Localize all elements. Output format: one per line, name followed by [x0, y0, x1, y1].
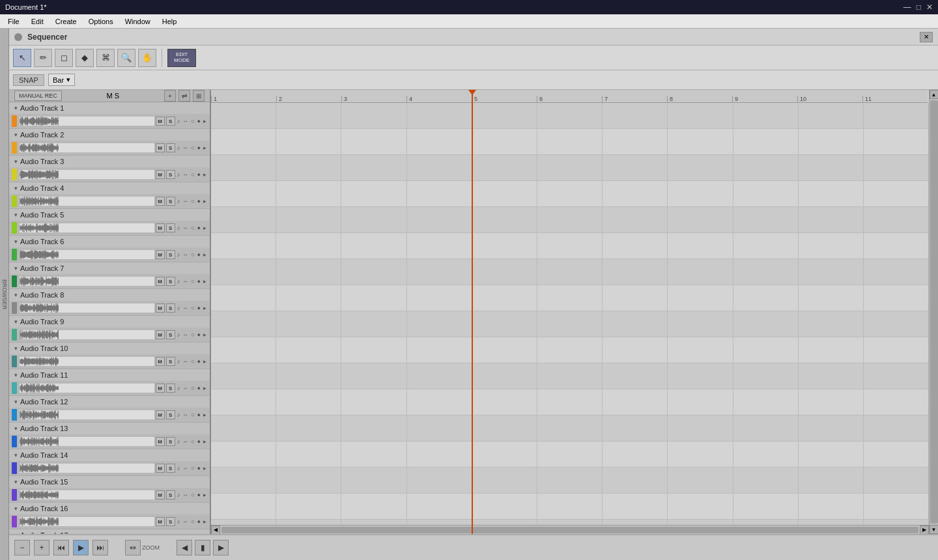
grid-cell-13-3[interactable]: [407, 415, 472, 441]
vscroll-down[interactable]: ▼: [930, 525, 939, 534]
grid-cell-1-9[interactable]: [799, 103, 864, 128]
track-ctrl-icon-11-3[interactable]: ●: [197, 385, 201, 391]
grid-cell-7-10[interactable]: [864, 259, 929, 285]
erase-tool[interactable]: ◻: [55, 49, 73, 67]
grid-cell-9-0[interactable]: [211, 311, 276, 337]
grid-cell-9-1[interactable]: [276, 311, 341, 337]
grid-cell-7-4[interactable]: [472, 259, 537, 285]
grid-cell-3-5[interactable]: [537, 155, 603, 180]
track-ctrl-icon-16-1[interactable]: ↔: [182, 518, 189, 525]
manual-rec-button[interactable]: MANUAL REC: [14, 91, 62, 101]
mute-button-13[interactable]: M: [156, 437, 165, 446]
grid-cell-12-6[interactable]: [603, 389, 668, 415]
grid-cell-9-6[interactable]: [603, 311, 668, 337]
grid-cell-9-3[interactable]: [407, 311, 472, 337]
track-ctrl-icon-12-1[interactable]: ↔: [182, 412, 189, 418]
collapse-arrow-5[interactable]: ▾: [14, 212, 18, 218]
grid-cell-1-8[interactable]: [733, 103, 799, 128]
track-ctrl-icon-5-0[interactable]: ♪: [177, 225, 181, 231]
grid-cell-3-0[interactable]: [211, 155, 276, 180]
grid-cell-12-1[interactable]: [276, 389, 341, 415]
track-ctrl-icon-2-2[interactable]: ○: [190, 145, 195, 151]
position-marker[interactable]: ▮: [195, 540, 210, 555]
grid-cell-3-6[interactable]: [603, 155, 668, 180]
loop-tool[interactable]: ⌘: [96, 49, 115, 67]
grid-cell-14-9[interactable]: [799, 441, 864, 467]
grid-row-8[interactable]: [211, 285, 929, 311]
grid-cell-9-2[interactable]: [341, 311, 406, 337]
grid-cell-1-2[interactable]: [341, 103, 406, 128]
solo-button-9[interactable]: S: [166, 330, 175, 339]
close-button[interactable]: ✕: [926, 3, 933, 12]
grid-cell-12-10[interactable]: [864, 389, 929, 415]
play-button[interactable]: ▶: [73, 540, 89, 555]
menu-item-file[interactable]: File: [3, 16, 25, 27]
grid-cell-3-3[interactable]: [407, 155, 472, 180]
grid-cell-10-9[interactable]: [799, 337, 864, 363]
grid-cell-5-4[interactable]: [472, 207, 537, 232]
grid-cell-4-0[interactable]: [211, 181, 276, 206]
track-ctrl-icon-11-0[interactable]: ♪: [177, 385, 181, 391]
hscroll-thumb[interactable]: [221, 527, 918, 533]
collapse-arrow-7[interactable]: ▾: [14, 265, 18, 272]
grid-cell-15-2[interactable]: [341, 468, 406, 493]
solo-button-15[interactable]: S: [166, 490, 175, 499]
grid-cell-15-6[interactable]: [603, 468, 668, 493]
mute-button-16[interactable]: M: [156, 517, 165, 526]
track-ctrl-icon-15-0[interactable]: ♪: [177, 492, 181, 498]
grid-cell-16-1[interactable]: [276, 494, 341, 519]
grid-cell-10-3[interactable]: [407, 337, 472, 363]
collapse-arrow-14[interactable]: ▾: [14, 452, 18, 458]
grid-cell-11-5[interactable]: [537, 363, 603, 389]
track-ctrl-icon-10-1[interactable]: ↔: [182, 358, 189, 365]
collapse-arrow-3[interactable]: ▾: [14, 158, 18, 165]
grid-cell-9-9[interactable]: [799, 311, 864, 337]
mute-button-3[interactable]: M: [156, 170, 165, 179]
grid-cell-4-1[interactable]: [276, 181, 341, 206]
menu-item-help[interactable]: Help: [157, 16, 182, 27]
grid-cell-5-2[interactable]: [341, 207, 406, 232]
grid-cell-9-4[interactable]: [472, 311, 537, 337]
track-ctrl-icon-2-0[interactable]: ♪: [177, 145, 181, 151]
grid-cell-2-10[interactable]: [864, 129, 929, 154]
mute-button-12[interactable]: M: [156, 410, 165, 419]
collapse-arrow-1[interactable]: ▾: [14, 105, 18, 111]
paint-tool[interactable]: ◆: [76, 49, 94, 67]
grid-cell-14-3[interactable]: [407, 441, 472, 467]
grid-cell-12-4[interactable]: [472, 389, 537, 415]
grid-cell-13-4[interactable]: [472, 415, 537, 441]
collapse-arrow-13[interactable]: ▾: [14, 425, 18, 432]
grid-cell-6-6[interactable]: [603, 233, 668, 259]
grid-cell-13-8[interactable]: [733, 415, 799, 441]
grid-cell-8-8[interactable]: [733, 285, 799, 311]
track-ctrl-icon-9-3[interactable]: ●: [197, 331, 201, 338]
next-position[interactable]: ▶: [213, 540, 229, 555]
grid-cell-13-2[interactable]: [341, 415, 406, 441]
solo-button-16[interactable]: S: [166, 517, 175, 526]
grid-cell-11-0[interactable]: [211, 363, 276, 389]
solo-button-14[interactable]: S: [166, 464, 175, 473]
grid-cell-14-5[interactable]: [537, 441, 603, 467]
grid-cell-2-4[interactable]: [472, 129, 537, 154]
track-ctrl-icon-4-1[interactable]: ↔: [182, 198, 189, 204]
track-ctrl-icon-16-3[interactable]: ●: [197, 518, 201, 525]
track-ctrl-icon-6-2[interactable]: ○: [190, 251, 195, 258]
grid-cell-3-10[interactable]: [864, 155, 929, 180]
grid-row-3[interactable]: [211, 155, 929, 181]
grid-cell-11-7[interactable]: [668, 363, 733, 389]
track-ctrl-icon-8-3[interactable]: ●: [197, 305, 201, 311]
track-ctrl-icon-15-1[interactable]: ↔: [182, 492, 189, 498]
grid-cell-2-9[interactable]: [799, 129, 864, 154]
mute-button-14[interactable]: M: [156, 464, 165, 473]
track-ctrl-icon-1-4[interactable]: ▸: [203, 118, 207, 124]
grid-cell-10-1[interactable]: [276, 337, 341, 363]
minimize-button[interactable]: —: [903, 3, 911, 12]
track-ctrl-icon-2-3[interactable]: ●: [197, 145, 201, 151]
grid-row-10[interactable]: [211, 337, 929, 363]
grid-cell-3-2[interactable]: [341, 155, 406, 180]
grid-cell-14-2[interactable]: [341, 441, 406, 467]
grid-cell-1-1[interactable]: [276, 103, 341, 128]
grid-cell-13-0[interactable]: [211, 415, 276, 441]
grid-cell-1-5[interactable]: [537, 103, 603, 128]
track-ctrl-icon-7-4[interactable]: ▸: [203, 278, 207, 285]
